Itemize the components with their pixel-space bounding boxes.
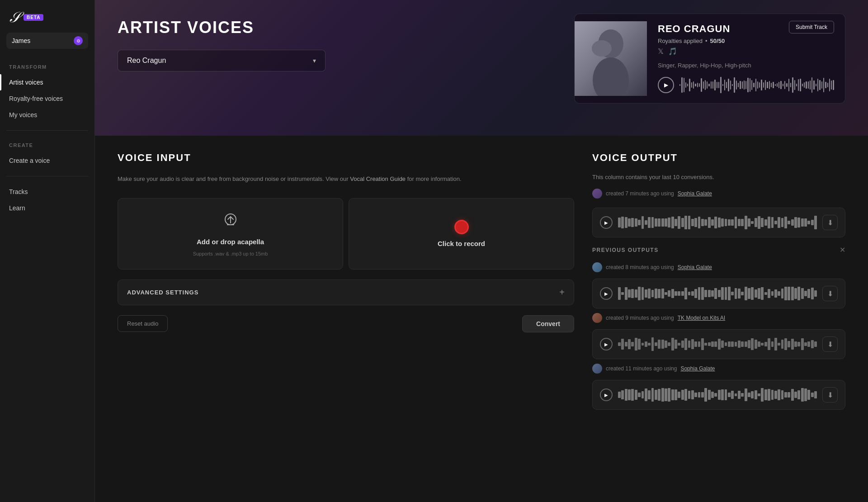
content-body: VOICE INPUT Make sure your audio is clea… bbox=[95, 136, 868, 502]
previous-outputs-label: PREVIOUS OUTPUTS bbox=[592, 247, 659, 253]
user-name: James bbox=[12, 37, 30, 44]
play-button[interactable]: ▶ bbox=[600, 216, 613, 229]
user-avatar bbox=[592, 189, 602, 199]
latest-output-user-row: created 7 minutes ago using Sophia Galat… bbox=[592, 189, 845, 199]
main-content: ARTIST VOICES Reo Cragun ▾ bbox=[95, 0, 868, 502]
record-dot-icon bbox=[454, 220, 469, 234]
prev-user-row: created 8 minutes ago using Sophia Galat… bbox=[592, 262, 845, 272]
user-avatar bbox=[592, 262, 602, 272]
artist-banner: ARTIST VOICES Reo Cragun ▾ bbox=[95, 0, 868, 136]
waveform-display bbox=[679, 76, 834, 94]
output-waveform bbox=[618, 285, 817, 302]
play-button[interactable]: ▶ bbox=[600, 287, 613, 300]
prev-output-player: ▶ ⬇ bbox=[592, 380, 845, 410]
sidebar-item-label: Learn bbox=[9, 204, 25, 212]
sidebar-item-label: Tracks bbox=[9, 188, 28, 195]
voice-input-column: VOICE INPUT Make sure your audio is clea… bbox=[118, 152, 574, 486]
output-waveform bbox=[618, 336, 817, 352]
plus-icon: + bbox=[559, 287, 565, 298]
voice-input-title: VOICE INPUT bbox=[118, 152, 574, 164]
download-button[interactable]: ⬇ bbox=[822, 286, 838, 301]
advanced-label: ADVANCED SETTINGS bbox=[127, 289, 198, 296]
previous-output-item: created 9 minutes ago using TK Model on … bbox=[592, 313, 845, 359]
user-menu[interactable]: James ⚙ bbox=[6, 33, 88, 49]
user-settings-icon: ⚙ bbox=[74, 36, 83, 45]
play-button[interactable]: ▶ bbox=[658, 77, 674, 93]
artist-dropdown[interactable]: Reo Cragun ▾ bbox=[118, 50, 326, 71]
download-button[interactable]: ⬇ bbox=[822, 215, 838, 230]
artist-info: REO CRAGUN Submit Track Royalties applie… bbox=[647, 14, 845, 103]
previous-outputs-list: created 8 minutes ago using Sophia Galat… bbox=[592, 262, 845, 410]
voice-output-title: VOICE OUTPUT bbox=[592, 152, 845, 164]
voice-output-column: VOICE OUTPUT This column contains your l… bbox=[592, 152, 845, 486]
download-button[interactable]: ⬇ bbox=[822, 336, 838, 352]
prev-output-player: ▶ ⬇ bbox=[592, 279, 845, 308]
twitter-icon[interactable]: 𝕏 bbox=[658, 47, 664, 56]
transform-section-label: TRANSFORM bbox=[0, 64, 94, 74]
prev-user-row: created 9 minutes ago using TK Model on … bbox=[592, 313, 845, 323]
royalties-count: 50/50 bbox=[710, 38, 725, 44]
prev-output-player: ▶ ⬇ bbox=[592, 329, 845, 359]
sidebar: 𝒮 BETA James ⚙ TRANSFORM Artist voices R… bbox=[0, 0, 95, 502]
sidebar-item-my-voices[interactable]: My voices bbox=[0, 107, 94, 123]
user-avatar bbox=[592, 364, 602, 374]
artist-photo-figure bbox=[575, 21, 647, 96]
upload-zone[interactable]: Add or drop acapella Supports .wav & .mp… bbox=[118, 198, 343, 270]
sidebar-divider-2 bbox=[6, 176, 88, 176]
download-button[interactable]: ⬇ bbox=[822, 387, 838, 403]
voice-output-desc: This column contains your last 10 conver… bbox=[592, 174, 845, 180]
app-logo-icon: 𝒮 bbox=[9, 10, 19, 24]
artist-tags: Singer, Rapper, Hip-Hop, High-pitch bbox=[658, 62, 834, 69]
prev-user-link-1[interactable]: TK Model on Kits AI bbox=[678, 315, 725, 321]
prev-time-2: created 11 minutes ago using bbox=[606, 365, 677, 372]
sidebar-item-royalty-free[interactable]: Royalty-free voices bbox=[0, 90, 94, 107]
artist-photo bbox=[575, 21, 647, 96]
prev-time-0: created 8 minutes ago using bbox=[606, 264, 674, 270]
sidebar-item-label: Create a voice bbox=[9, 157, 50, 164]
latest-time: created 7 minutes ago using bbox=[606, 190, 674, 197]
upload-icon bbox=[222, 211, 240, 232]
reset-audio-button[interactable]: Reset audio bbox=[118, 315, 168, 332]
sidebar-item-label: Artist voices bbox=[9, 79, 43, 86]
convert-button[interactable]: Convert bbox=[522, 315, 574, 332]
royalties-row: Royalties applied • 50/50 bbox=[658, 38, 834, 44]
prev-user-link-2[interactable]: Sophia Galate bbox=[680, 365, 715, 372]
svg-point-3 bbox=[592, 40, 612, 57]
beta-badge: BETA bbox=[24, 14, 43, 21]
sidebar-item-label: My voices bbox=[9, 111, 37, 118]
sidebar-item-learn[interactable]: Learn bbox=[0, 200, 94, 216]
upload-sublabel: Supports .wav & .mp3 up to 15mb bbox=[193, 251, 268, 256]
sidebar-item-tracks[interactable]: Tracks bbox=[0, 184, 94, 200]
sidebar-item-artist-voices[interactable]: Artist voices bbox=[0, 74, 94, 90]
submit-track-button[interactable]: Submit Track bbox=[789, 21, 834, 33]
waveform-player: ▶ bbox=[658, 76, 834, 94]
sidebar-divider bbox=[6, 130, 88, 131]
create-section-label: CREATE bbox=[0, 142, 94, 152]
prev-user-link-0[interactable]: Sophia Galate bbox=[678, 264, 712, 270]
user-avatar bbox=[592, 313, 602, 323]
spotify-icon[interactable]: 🎵 bbox=[668, 47, 677, 56]
previous-output-item: created 11 minutes ago using Sophia Gala… bbox=[592, 364, 845, 410]
sidebar-item-label: Royalty-free voices bbox=[9, 95, 63, 102]
chevron-down-icon: ▾ bbox=[313, 57, 316, 64]
sidebar-item-create-voice[interactable]: Create a voice bbox=[0, 152, 94, 169]
dropdown-value: Reo Cragun bbox=[127, 57, 166, 65]
close-icon[interactable]: ✕ bbox=[840, 246, 845, 254]
previous-outputs-header: PREVIOUS OUTPUTS ✕ bbox=[592, 244, 845, 256]
previous-output-item: created 8 minutes ago using Sophia Galat… bbox=[592, 262, 845, 308]
advanced-settings-toggle[interactable]: ADVANCED SETTINGS + bbox=[118, 279, 574, 305]
play-button[interactable]: ▶ bbox=[600, 388, 613, 401]
vocal-guide-link[interactable]: Vocal Creation Guide bbox=[350, 175, 406, 182]
royalties-label: Royalties applied bbox=[658, 38, 703, 44]
logo-area: 𝒮 BETA bbox=[0, 0, 94, 33]
latest-output-player: ▶ ⬇ bbox=[592, 208, 845, 237]
artist-name: REO CRAGUN bbox=[658, 23, 730, 35]
play-button[interactable]: ▶ bbox=[600, 338, 613, 350]
output-waveform bbox=[618, 387, 817, 403]
artist-card: REO CRAGUN Submit Track Royalties applie… bbox=[574, 14, 845, 104]
upload-label: Add or drop acapella bbox=[197, 238, 264, 246]
latest-user-link[interactable]: Sophia Galate bbox=[678, 190, 712, 197]
prev-user-row: created 11 minutes ago using Sophia Gala… bbox=[592, 364, 845, 374]
record-zone[interactable]: Click to record bbox=[349, 198, 574, 270]
social-icons: 𝕏 🎵 bbox=[658, 47, 834, 56]
